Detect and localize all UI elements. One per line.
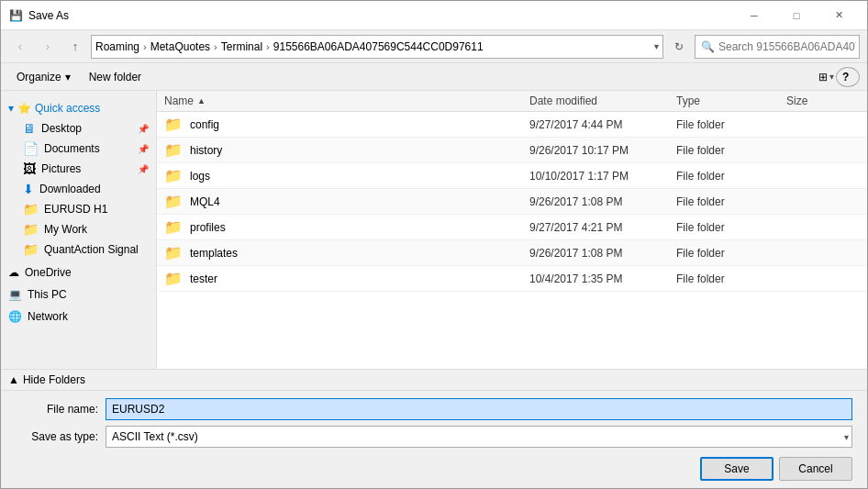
sep1: › [143, 41, 147, 52]
file-name-cell: 📁 MQL4 [164, 193, 529, 210]
save-button[interactable]: Save [700, 457, 773, 481]
folder-icon: 📁 [164, 167, 183, 184]
view-toggle: ⊞ ▾ [818, 71, 834, 83]
organize-label: Organize [17, 71, 61, 83]
file-name-cell: 📁 profiles [164, 218, 529, 236]
file-name: tester [190, 272, 217, 285]
organize-button[interactable]: Organize ▾ [8, 67, 79, 87]
organize-arrow-icon: ▾ [65, 71, 71, 83]
pin-icon: 📌 [138, 144, 149, 154]
hide-folders-bar[interactable]: ▲ Hide Folders [1, 369, 867, 390]
folder-icon: 📁 [164, 116, 183, 133]
search-input[interactable] [718, 40, 856, 53]
back-button[interactable]: ‹ [8, 35, 32, 59]
view-dropdown-icon[interactable]: ▾ [829, 72, 834, 82]
pin-icon: 📌 [138, 124, 149, 134]
bottom-area: File name: Save as type: ASCII Text (*.c… [1, 390, 867, 488]
cancel-button[interactable]: Cancel [779, 457, 852, 481]
crumb-metaquotes[interactable]: MetaQuotes [150, 40, 210, 53]
crumb-guid[interactable]: 915566BA06ADA407569C544CC0D97611 [273, 40, 484, 53]
actions-bar: Organize ▾ New folder ⊞ ▾ ? [1, 63, 867, 91]
folder-icon: 📁 [164, 193, 183, 210]
quick-access-label: Quick access [35, 102, 100, 115]
sidebar-item-downloaded[interactable]: ⬇ Downloaded [1, 179, 156, 199]
sidebar-item-label: My Work [44, 223, 87, 236]
view-icon: ⊞ [818, 71, 828, 83]
crumb-terminal[interactable]: Terminal [221, 40, 262, 53]
sidebar-item-desktop[interactable]: 🖥 Desktop 📌 [1, 118, 156, 139]
sidebar-item-network[interactable]: 🌐 Network [1, 307, 156, 326]
file-type: File folder [676, 144, 786, 157]
sidebar-item-eurusd-h1[interactable]: 📁 EURUSD H1 [1, 199, 156, 219]
file-name-cell: 📁 templates [164, 244, 529, 261]
main-content: ▾ ⭐ Quick access 🖥 Desktop 📌 📄 Documents… [1, 91, 867, 369]
folder-icon: 📁 [164, 244, 183, 261]
help-button[interactable]: ? [836, 67, 860, 87]
sidebar-item-documents[interactable]: 📄 Documents 📌 [1, 139, 156, 159]
file-type: File folder [676, 118, 786, 131]
onedrive-icon: ☁ [8, 266, 19, 279]
file-type: File folder [676, 170, 786, 183]
table-row[interactable]: 📁 MQL4 9/26/2017 1:08 PM File folder [157, 189, 867, 215]
sidebar-item-label: OneDrive [25, 266, 72, 279]
table-row[interactable]: 📁 tester 10/4/2017 1:35 PM File folder [157, 266, 867, 292]
filename-row: File name: [16, 398, 852, 420]
search-box: 🔍 [695, 35, 860, 59]
sidebar-item-label: Documents [44, 142, 100, 155]
minimize-button[interactable]: ─ [733, 1, 775, 30]
close-button[interactable]: ✕ [818, 1, 860, 30]
file-type: File folder [676, 195, 786, 208]
refresh-button[interactable]: ↻ [667, 35, 691, 59]
saveastype-label: Save as type: [16, 430, 98, 443]
saveastype-select[interactable]: ASCII Text (*.csv)CSV (*.csv)Tab delimit… [106, 426, 852, 448]
title-controls: ─ □ ✕ [733, 1, 860, 30]
folder-icon: 📁 [164, 270, 183, 287]
address-bar[interactable]: Roaming › MetaQuotes › Terminal › 915566… [91, 35, 663, 59]
sidebar-item-label: Desktop [41, 122, 82, 135]
crumb-roaming[interactable]: Roaming [95, 40, 139, 53]
table-row[interactable]: 📁 profiles 9/27/2017 4:21 PM File folder [157, 215, 867, 240]
file-rows-container: 📁 config 9/27/2017 4:44 PM File folder 📁… [157, 112, 867, 292]
folder-icon: 📁 [164, 218, 183, 236]
up-button[interactable]: ↑ [63, 35, 87, 59]
filename-input[interactable] [106, 398, 852, 420]
chevron-down-icon: ▾ [8, 102, 14, 115]
sidebar-item-label: QuantAction Signal [44, 243, 139, 256]
sidebar-item-onedrive[interactable]: ☁ OneDrive [1, 263, 156, 282]
col-header-type[interactable]: Type [676, 94, 786, 107]
forward-button[interactable]: › [36, 35, 60, 59]
sidebar-item-label: This PC [28, 288, 67, 301]
sidebar-item-my-work[interactable]: 📁 My Work [1, 219, 156, 239]
folder-icon: 📁 [23, 202, 39, 217]
file-name: logs [190, 170, 210, 183]
sidebar-item-quantaction[interactable]: 📁 QuantAction Signal [1, 239, 156, 260]
col-header-name[interactable]: Name ▲ [164, 94, 529, 107]
col-header-date[interactable]: Date modified [529, 94, 676, 107]
sidebar-item-pictures[interactable]: 🖼 Pictures 📌 [1, 159, 156, 179]
sidebar-item-this-pc[interactable]: 💻 This PC [1, 285, 156, 304]
new-folder-button[interactable]: New folder [81, 67, 150, 87]
file-type: File folder [676, 221, 786, 234]
table-row[interactable]: 📁 templates 9/26/2017 1:08 PM File folde… [157, 240, 867, 266]
pictures-icon: 🖼 [23, 161, 36, 176]
folder-icon: 📁 [164, 141, 183, 159]
col-header-size[interactable]: Size [786, 94, 860, 107]
sidebar-item-label: Network [28, 310, 68, 323]
sidebar-item-label: EURUSD H1 [44, 203, 107, 216]
saveastype-row: Save as type: ASCII Text (*.csv)CSV (*.c… [16, 426, 852, 448]
file-list: Name ▲ Date modified Type Size 📁 config [157, 91, 867, 369]
network-icon: 🌐 [8, 310, 22, 323]
hide-folders-chevron-icon: ▲ [8, 373, 19, 386]
file-date: 9/27/2017 4:44 PM [529, 118, 676, 131]
maximize-button[interactable]: □ [775, 1, 818, 30]
sidebar-item-label: Pictures [41, 162, 81, 175]
table-row[interactable]: 📁 history 9/26/2017 10:17 PM File folder [157, 138, 867, 163]
table-row[interactable]: 📁 logs 10/10/2017 1:17 PM File folder [157, 163, 867, 189]
table-row[interactable]: 📁 config 9/27/2017 4:44 PM File folder [157, 112, 867, 138]
address-dropdown-arrow[interactable]: ▾ [654, 41, 659, 51]
sep2: › [214, 41, 217, 52]
sidebar: ▾ ⭐ Quick access 🖥 Desktop 📌 📄 Documents… [1, 91, 157, 369]
file-name: history [190, 144, 222, 157]
sidebar-section-quick-access[interactable]: ▾ ⭐ Quick access [1, 98, 156, 118]
file-date: 10/4/2017 1:35 PM [529, 272, 676, 285]
